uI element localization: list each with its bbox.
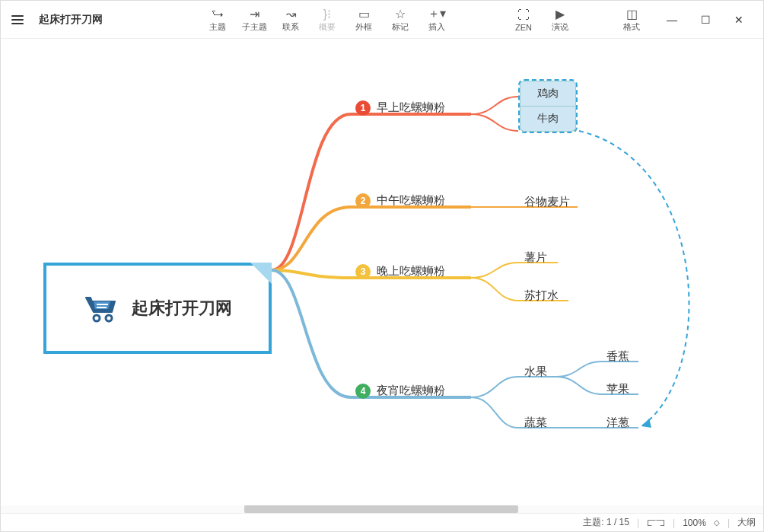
map-icon[interactable]: ⫍⫎: [647, 518, 665, 528]
branch-1-label: 早上吃螺蛳粉: [377, 100, 445, 113]
close-button[interactable]: ✕: [722, 5, 756, 35]
present-icon: ▶: [555, 6, 565, 21]
badge-1-icon: 1: [355, 100, 371, 116]
minimize-button[interactable]: —: [655, 5, 689, 35]
marker-icon: ☆: [395, 6, 406, 21]
maximize-button[interactable]: ☐: [689, 5, 722, 35]
leaf-node[interactable]: 洋葱: [606, 416, 629, 430]
sub-node[interactable]: 水果: [524, 365, 547, 379]
topic-count: 主题: 1 / 15: [583, 516, 629, 529]
badge-4-icon: 4: [355, 384, 371, 399]
mindmap-canvas[interactable]: 起床打开刀网 1早上吃螺蛳粉 鸡肉 牛肉 2中午吃螺蛳粉 谷物麦片 3晚上吃螺蛳…: [1, 40, 763, 513]
leaf-node[interactable]: 苏打水: [524, 288, 559, 303]
summary-icon: }⁝: [323, 6, 331, 21]
cart-icon: [83, 293, 121, 323]
leaf-node[interactable]: 鸡肉: [520, 81, 576, 107]
insert-button[interactable]: ＋▾插入: [419, 3, 454, 37]
leaf-node[interactable]: 香蕉: [606, 349, 629, 364]
zen-button[interactable]: ⛶ZEN: [506, 3, 541, 37]
outline-button[interactable]: 大纲: [737, 516, 756, 529]
insert-icon: ＋▾: [428, 6, 446, 21]
branch-node-4[interactable]: 4夜宵吃螺蛳粉: [355, 384, 445, 399]
window-controls: — ☐ ✕: [655, 5, 756, 35]
branch-node-1[interactable]: 1早上吃螺蛳粉: [355, 100, 445, 116]
statusbar: 主题: 1 / 15 | ⫍⫎ | 100% ◇ | 大纲: [1, 513, 763, 531]
leaf-node[interactable]: 谷物麦片: [524, 195, 570, 209]
summary-button: }⁝概要: [310, 3, 345, 37]
subtopic-icon: ⇥: [250, 6, 259, 21]
leaf-node[interactable]: 苹果: [606, 382, 629, 397]
menu-icon[interactable]: [8, 12, 27, 27]
subtopic-button[interactable]: ⇥子主题: [237, 3, 272, 37]
branch-node-3[interactable]: 3晚上吃螺蛳粉: [355, 264, 445, 279]
format-button[interactable]: ◫格式: [614, 3, 649, 37]
scrollbar-horizontal[interactable]: [1, 505, 763, 513]
leaf-node[interactable]: 薯片: [524, 250, 547, 265]
toolbar: 起床打开刀网 ⮑主题 ⇥子主题 ↝联系 }⁝概要 ▭外框 ☆标记 ＋▾插入 ⛶Z…: [1, 1, 763, 39]
relation-icon: ↝: [286, 6, 296, 21]
toolbar-group-edit: ⮑主题 ⇥子主题 ↝联系 }⁝概要 ▭外框 ☆标记 ＋▾插入: [200, 3, 454, 37]
leaf-node[interactable]: 牛肉: [520, 107, 576, 132]
branch-node-2[interactable]: 2中午吃螺蛳粉: [355, 193, 445, 209]
chevron-icon[interactable]: ◇: [714, 518, 720, 527]
marker-button[interactable]: ☆标记: [383, 3, 418, 37]
selection-boundary[interactable]: 鸡肉 牛肉: [518, 79, 578, 133]
svg-point-3: [94, 315, 100, 321]
format-icon: ◫: [626, 6, 638, 21]
zen-icon: ⛶: [517, 8, 530, 23]
boundary-button[interactable]: ▭外框: [346, 3, 381, 37]
topic-icon: ⮑: [212, 6, 224, 21]
sub-node[interactable]: 蔬菜: [524, 416, 547, 430]
root-node[interactable]: 起床打开刀网: [43, 263, 272, 354]
branch-3-label: 晚上吃螺蛳粉: [377, 264, 445, 277]
present-button[interactable]: ▶演说: [543, 3, 578, 37]
document-title: 起床打开刀网: [39, 13, 103, 27]
boundary-icon: ▭: [358, 6, 370, 21]
toolbar-group-view: ⛶ZEN ▶演说: [506, 3, 578, 37]
badge-2-icon: 2: [355, 193, 371, 209]
branch-2-label: 中午吃螺蛳粉: [377, 193, 445, 206]
topic-button[interactable]: ⮑主题: [200, 3, 235, 37]
root-label: 起床打开刀网: [132, 297, 232, 320]
branch-4-label: 夜宵吃螺蛳粉: [377, 384, 445, 397]
relation-button[interactable]: ↝联系: [273, 3, 308, 37]
svg-point-4: [106, 315, 112, 321]
scrollbar-thumb[interactable]: [244, 505, 518, 513]
zoom-level[interactable]: 100%: [683, 518, 706, 528]
badge-3-icon: 3: [355, 264, 371, 279]
